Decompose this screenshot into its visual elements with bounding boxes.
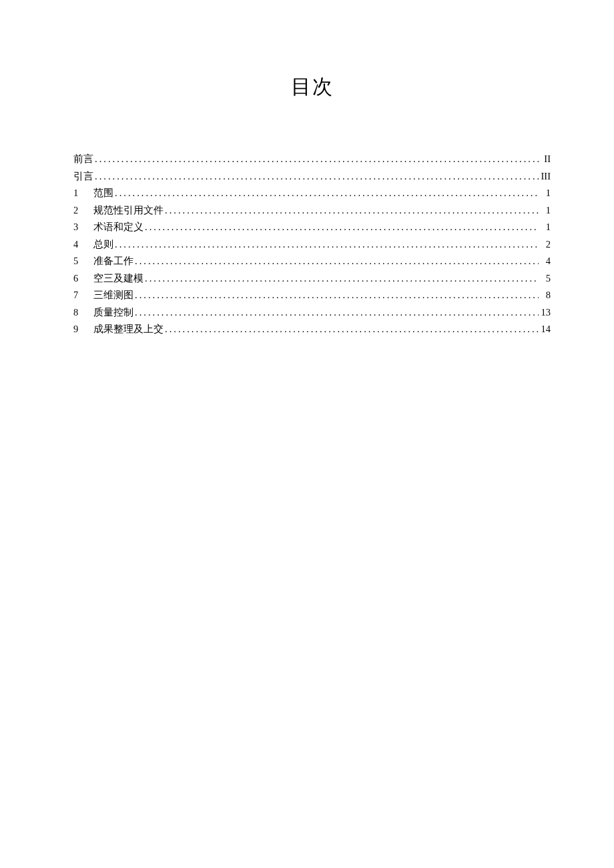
- toc-row: 5准备工作4: [73, 253, 551, 270]
- toc-entry-page: 4: [539, 253, 551, 270]
- toc-entry-leader: [143, 270, 539, 288]
- toc-row: 引言III: [73, 168, 551, 185]
- toc-entry-page: 1: [539, 202, 551, 220]
- toc-entry-leader: [143, 219, 539, 236]
- toc-entry-number: 1: [73, 185, 93, 202]
- toc-entry-number: 4: [73, 236, 93, 254]
- toc-entry-label: 三维测图: [93, 287, 133, 304]
- toc-entry-page: 5: [539, 270, 551, 288]
- toc-entry-leader: [93, 151, 539, 168]
- toc-entry-leader: [133, 304, 539, 322]
- toc-entry-label: 前言: [73, 151, 93, 168]
- toc-row: 2规范性引用文件1: [73, 202, 551, 220]
- toc-row: 1范围1: [73, 185, 551, 202]
- toc-entry-label: 质量控制: [93, 304, 133, 322]
- toc-row: 前言II: [73, 151, 551, 168]
- toc-entry-leader: [93, 168, 539, 185]
- toc-entry-label: 引言: [73, 168, 93, 185]
- toc-entry-number: 5: [73, 253, 93, 270]
- toc-entry-label: 术语和定义: [93, 219, 143, 236]
- toc-entry-label: 总则: [93, 236, 113, 254]
- toc-list: 前言II引言III1范围12规范性引用文件13术语和定义14总则25准备工作46…: [73, 151, 551, 338]
- toc-row: 8质量控制13: [73, 304, 551, 322]
- toc-entry-label: 准备工作: [93, 253, 133, 270]
- toc-entry-label: 范围: [93, 185, 113, 202]
- toc-entry-leader: [133, 253, 539, 270]
- toc-entry-number: 8: [73, 304, 93, 322]
- toc-row: 9成果整理及上交14: [73, 321, 551, 338]
- toc-entry-leader: [164, 321, 539, 338]
- toc-entry-page: 2: [539, 236, 551, 254]
- toc-entry-label: 成果整理及上交: [93, 321, 164, 338]
- toc-entry-label: 规范性引用文件: [93, 202, 164, 220]
- toc-entry-page: 8: [539, 287, 551, 304]
- toc-entry-leader: [164, 202, 539, 220]
- toc-row: 3术语和定义1: [73, 219, 551, 236]
- toc-entry-number: 2: [73, 202, 93, 220]
- toc-entry-page: III: [539, 168, 551, 185]
- toc-entry-page: 1: [539, 185, 551, 202]
- toc-entry-page: 13: [539, 304, 551, 322]
- toc-row: 4总则2: [73, 236, 551, 254]
- toc-entry-leader: [113, 236, 539, 254]
- toc-entry-label: 空三及建模: [93, 270, 143, 288]
- toc-row: 7三维测图8: [73, 287, 551, 304]
- toc-row: 6空三及建模5: [73, 270, 551, 288]
- toc-entry-number: 7: [73, 287, 93, 304]
- toc-entry-page: 1: [539, 219, 551, 236]
- toc-entry-page: 14: [539, 321, 551, 338]
- toc-entry-leader: [113, 185, 539, 202]
- toc-entry-number: 3: [73, 219, 93, 236]
- toc-title: 目次: [73, 73, 551, 101]
- toc-entry-page: II: [539, 151, 551, 168]
- toc-entry-number: 9: [73, 321, 93, 338]
- toc-entry-number: 6: [73, 270, 93, 288]
- toc-entry-leader: [133, 287, 539, 304]
